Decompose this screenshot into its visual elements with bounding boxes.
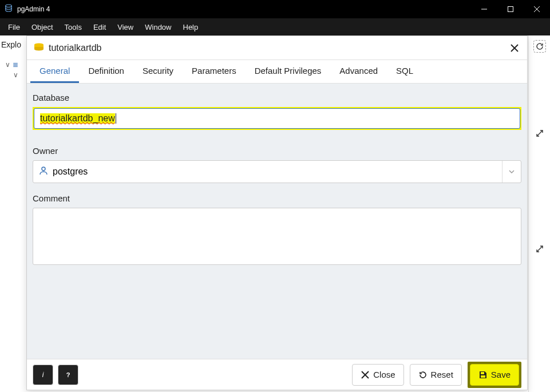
svg-text:?: ? xyxy=(66,371,70,378)
info-button[interactable]: i xyxy=(33,365,53,385)
menu-object[interactable]: Object xyxy=(26,21,59,34)
menu-help[interactable]: Help xyxy=(177,21,204,34)
save-button[interactable]: Save xyxy=(470,364,519,386)
tab-parameters[interactable]: Parameters xyxy=(183,60,246,83)
database-properties-dialog: tutorialkartdb General Definition Securi… xyxy=(26,35,528,390)
owner-value: postgres xyxy=(53,167,88,177)
comment-textarea[interactable] xyxy=(33,208,521,265)
chevron-down-icon xyxy=(502,161,515,183)
database-name-input[interactable]: tutorialkartdb_new xyxy=(34,108,520,129)
window-title: pgAdmin 4 xyxy=(17,5,50,13)
window-minimize[interactable] xyxy=(471,0,497,18)
window-titlebar: pgAdmin 4 xyxy=(0,0,550,18)
menu-edit[interactable]: Edit xyxy=(88,21,112,34)
svg-rect-21 xyxy=(481,375,485,378)
save-button-label: Save xyxy=(491,370,511,379)
svg-rect-2 xyxy=(508,7,513,12)
save-button-highlight: Save xyxy=(468,362,521,388)
menu-window[interactable]: Window xyxy=(139,21,177,34)
dialog-close-icon[interactable] xyxy=(509,42,520,54)
svg-line-8 xyxy=(537,130,543,136)
dialog-tabs: General Definition Security Parameters D… xyxy=(27,60,527,84)
explorer-panel-label: Explo xyxy=(1,40,21,49)
tab-default-privileges[interactable]: Default Privileges xyxy=(246,60,331,83)
database-icon xyxy=(34,43,44,53)
menu-tools[interactable]: Tools xyxy=(59,21,88,34)
close-button[interactable]: Close xyxy=(352,364,403,386)
reset-button[interactable]: Reset xyxy=(410,364,462,386)
window-close[interactable] xyxy=(524,0,550,18)
tab-advanced[interactable]: Advanced xyxy=(330,60,387,83)
svg-text:i: i xyxy=(42,371,44,379)
right-toolbar xyxy=(528,35,550,392)
database-label: Database xyxy=(33,93,521,102)
svg-point-13 xyxy=(42,167,45,171)
app-icon xyxy=(3,3,14,15)
tab-sql[interactable]: SQL xyxy=(387,60,422,83)
svg-point-0 xyxy=(6,5,12,7)
owner-select[interactable]: postgres xyxy=(33,160,521,183)
database-input-highlight: tutorialkartdb_new xyxy=(33,107,521,130)
owner-label: Owner xyxy=(33,146,521,156)
menu-file[interactable]: File xyxy=(2,21,26,34)
expand-icon[interactable] xyxy=(533,127,546,140)
dialog-title-text: tutorialkartdb xyxy=(49,43,102,53)
comment-label: Comment xyxy=(33,193,521,203)
window-maximize[interactable] xyxy=(497,0,524,18)
expand-icon-2[interactable] xyxy=(533,243,546,255)
svg-line-9 xyxy=(537,246,543,252)
svg-rect-20 xyxy=(481,372,484,374)
refresh-icon[interactable] xyxy=(533,40,546,53)
menu-view[interactable]: View xyxy=(112,21,139,34)
close-button-label: Close xyxy=(373,370,395,379)
main-menubar: File Object Tools Edit View Window Help xyxy=(0,18,550,35)
servers-icon: ≣ xyxy=(13,61,18,69)
object-tree[interactable]: ∨≣ ∨ xyxy=(5,60,18,80)
reset-button-label: Reset xyxy=(431,370,453,379)
tab-security[interactable]: Security xyxy=(133,60,183,83)
user-icon xyxy=(39,166,48,177)
tab-definition[interactable]: Definition xyxy=(79,60,133,83)
tab-general[interactable]: General xyxy=(30,60,79,83)
database-name-value: tutorialkartdb_new xyxy=(40,113,115,124)
help-button[interactable]: ? xyxy=(58,365,78,385)
